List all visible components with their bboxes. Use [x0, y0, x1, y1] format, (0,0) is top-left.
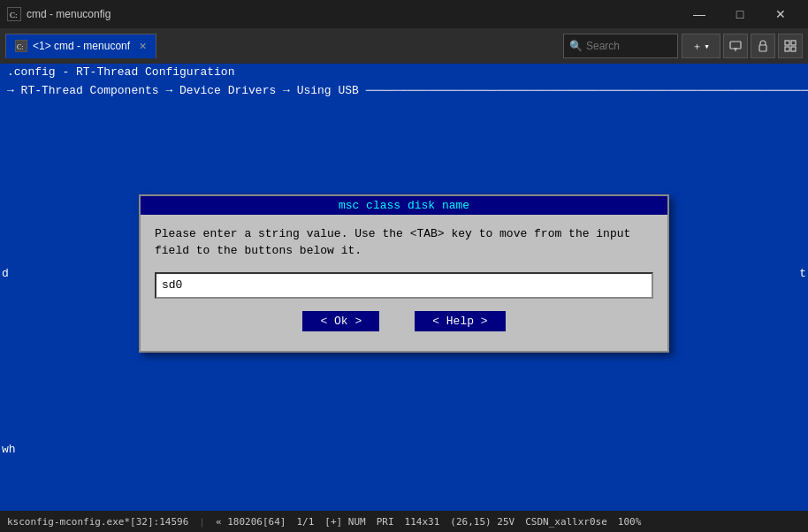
- dialog-buttons: < Ok > < Help >: [155, 311, 653, 340]
- search-box[interactable]: 🔍: [563, 34, 678, 58]
- svg-rect-7: [759, 45, 766, 51]
- status-info3: [+] NUM: [324, 516, 365, 528]
- svg-rect-11: [791, 47, 796, 51]
- status-zoom: 100%: [618, 516, 642, 528]
- status-bar: ksconfig-mconfig.exe*[32]:14596 | « 1802…: [0, 511, 808, 532]
- search-input[interactable]: [586, 40, 666, 52]
- grid-button[interactable]: [778, 34, 803, 58]
- status-info4: PRI: [377, 516, 394, 528]
- svg-rect-8: [785, 41, 789, 45]
- dialog-titlebar: msc class disk name: [141, 196, 667, 215]
- window-controls: — □ ✕: [679, 0, 801, 28]
- minimize-button[interactable]: —: [679, 0, 720, 28]
- title-bar-left: C: cmd - menuconfig: [7, 7, 111, 21]
- dialog-input[interactable]: [155, 272, 653, 299]
- tab-close-icon[interactable]: ✕: [139, 41, 147, 52]
- terminal-area: .config - RT-Thread Configuration → RT-T…: [0, 64, 808, 483]
- status-info7: CSDN_xallxr0se: [525, 516, 607, 528]
- chevron-down-icon: ▾: [704, 41, 710, 52]
- status-info1: « 180206[64]: [216, 516, 286, 528]
- svg-rect-4: [730, 42, 741, 49]
- dialog-title-text: msc class disk name: [339, 199, 469, 212]
- lock-button[interactable]: [751, 34, 775, 58]
- tab-icon: C:: [15, 40, 27, 52]
- dialog: msc class disk name Please enter a strin…: [139, 194, 669, 353]
- plus-icon: ＋: [692, 40, 702, 53]
- search-icon: 🔍: [569, 40, 583, 53]
- svg-rect-10: [785, 47, 789, 51]
- status-info2: 1/1: [296, 516, 314, 528]
- window-title: cmd - menuconfig: [27, 8, 111, 20]
- dialog-message-line2: field to the buttons below it.: [155, 242, 653, 260]
- main-content: .config - RT-Thread Configuration → RT-T…: [0, 64, 808, 483]
- new-window-button[interactable]: ＋ ▾: [682, 34, 720, 58]
- maximize-button[interactable]: □: [720, 0, 760, 28]
- monitor-button[interactable]: [723, 34, 748, 58]
- close-button[interactable]: ✕: [760, 0, 801, 28]
- tab-label: <1> cmd - menuconf: [33, 40, 130, 52]
- toolbar: C: <1> cmd - menuconf ✕ 🔍 ＋ ▾: [0, 28, 808, 64]
- dialog-overlay: msc class disk name Please enter a strin…: [0, 64, 808, 483]
- status-info6: (26,15) 25V: [450, 516, 515, 528]
- dialog-message-line1: Please enter a string value. Use the <TA…: [155, 225, 653, 243]
- cmd-icon: C:: [7, 7, 21, 21]
- ok-button[interactable]: < Ok >: [302, 311, 379, 331]
- status-process: ksconfig-mconfig.exe*[32]:14596: [7, 516, 188, 528]
- toolbar-right: ＋ ▾: [682, 34, 803, 58]
- svg-rect-9: [791, 41, 796, 45]
- svg-text:C:: C:: [17, 43, 24, 51]
- help-button[interactable]: < Help >: [415, 311, 505, 331]
- dialog-message: Please enter a string value. Use the <TA…: [155, 225, 653, 260]
- status-info5: 114x31: [405, 516, 440, 528]
- dialog-body: Please enter a string value. Use the <TA…: [141, 215, 667, 351]
- svg-text:C:: C:: [10, 11, 18, 19]
- title-bar: C: cmd - menuconfig — □ ✕: [0, 0, 808, 28]
- active-tab[interactable]: C: <1> cmd - menuconf ✕: [5, 34, 156, 58]
